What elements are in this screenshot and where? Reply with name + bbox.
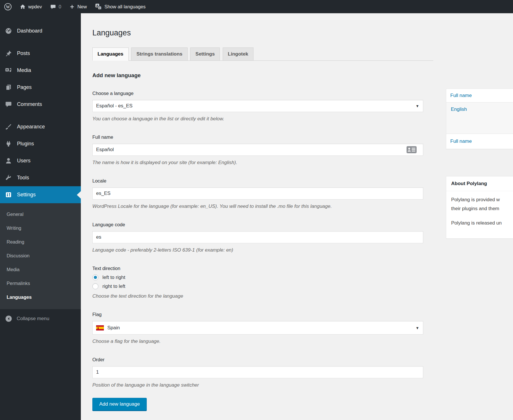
submenu-item-permalinks[interactable]: Permalinks — [0, 276, 81, 290]
user-icon — [5, 157, 12, 164]
comment-bubble-icon — [50, 4, 56, 10]
sidebar-item-appearance[interactable]: Appearance — [0, 118, 81, 135]
full-name-input[interactable] — [92, 144, 423, 156]
full-name-field: Full name The name is how it is displaye… — [92, 134, 423, 166]
site-name: wpdev — [28, 4, 42, 9]
flag-label: Flag — [92, 311, 423, 318]
about-polylang-box: About Polylang Polylang is provided w th… — [446, 176, 513, 239]
collapse-menu-label: Collapse menu — [17, 316, 49, 322]
sidebar-item-media[interactable]: Media — [0, 62, 81, 79]
sidebar-item-label: Settings — [17, 192, 36, 198]
sidebar-item-label: Media — [17, 67, 31, 73]
section-title: Add new language — [92, 72, 513, 79]
radio-ltr[interactable]: left to right — [92, 274, 423, 280]
wordpress-logo-icon: W — [4, 3, 12, 11]
chevron-down-icon: ▼ — [415, 326, 419, 330]
about-polylang-title: About Polylang — [446, 176, 513, 191]
locale-help: WordPress Locale for the language (for e… — [92, 203, 423, 210]
chevron-down-icon: ▼ — [415, 104, 419, 108]
sidebar-item-pages[interactable]: Pages — [0, 79, 81, 96]
tab-strings-translations[interactable]: Strings translations — [131, 47, 188, 61]
comments-menu[interactable]: 0 — [46, 0, 65, 13]
submenu-item-general[interactable]: General — [0, 207, 81, 221]
flag-field: Flag Spain ▼ Choose a flag for the langu… — [92, 311, 423, 345]
sidebar-item-label: Comments — [17, 101, 42, 107]
show-all-languages-menu[interactable]: A 文 Show all languages — [91, 0, 150, 13]
comments-count: 0 — [59, 4, 61, 9]
about-text-line: Polylang is released un — [451, 218, 513, 227]
order-input[interactable] — [92, 366, 423, 378]
sidebar-item-posts[interactable]: Posts — [0, 45, 81, 62]
choose-language-label: Choose a language — [92, 90, 423, 96]
radio-rtl-label: right to left — [102, 284, 125, 289]
new-label: New — [77, 4, 87, 9]
locale-input[interactable] — [92, 187, 423, 199]
language-code-input[interactable] — [92, 231, 423, 243]
dashboard-icon — [5, 27, 12, 35]
submenu-item-reading[interactable]: Reading — [0, 235, 81, 249]
sidebar-item-tools[interactable]: Tools — [0, 169, 81, 186]
choose-language-help: You can choose a language in the list or… — [92, 115, 423, 122]
site-name-menu[interactable]: wpdev — [16, 0, 46, 13]
flag-help: Choose a flag for the language. — [92, 338, 423, 345]
sidebar-item-users[interactable]: Users — [0, 152, 81, 169]
submenu-item-media[interactable]: Media — [0, 263, 81, 276]
sidebar-item-label: Users — [17, 158, 30, 164]
radio-button-icon[interactable] — [92, 274, 98, 280]
collapse-arrow-icon — [5, 315, 12, 322]
sidebar-item-dashboard[interactable]: Dashboard — [0, 22, 81, 39]
add-language-form: Choose a language Español - es_ES ▼ You … — [92, 90, 423, 411]
language-code-label: Language code — [92, 221, 423, 228]
submenu-item-discussion[interactable]: Discussion — [0, 249, 81, 263]
svg-text:文: 文 — [98, 7, 101, 9]
choose-language-value: Español - es_ES — [96, 103, 133, 109]
settings-submenu: General Writing Reading Discussion Media… — [0, 203, 81, 309]
wordpress-logo-menu[interactable]: W — [0, 0, 16, 13]
show-all-languages-label: Show all languages — [104, 4, 146, 9]
about-text-line: Polylang is provided w — [451, 195, 513, 204]
order-field: Order Position of the language in the la… — [92, 356, 423, 389]
wrench-icon — [5, 174, 12, 181]
locale-label: Locale — [92, 178, 423, 184]
new-content-menu[interactable]: New — [65, 0, 91, 13]
tab-lingotek[interactable]: Lingotek — [223, 47, 253, 61]
tab-bar: Languages Strings translations Settings … — [92, 47, 433, 61]
menu-separator — [0, 113, 81, 118]
table-header-row: Full name — [446, 89, 513, 102]
sidebar-item-plugins[interactable]: Plugins — [0, 135, 81, 152]
sidebar-item-label: Pages — [17, 84, 32, 90]
spain-flag-icon — [96, 325, 104, 330]
comment-icon — [5, 101, 12, 108]
locale-field: Locale WordPress Locale for the language… — [92, 178, 423, 210]
full-name-help: The name is how it is displayed on your … — [92, 159, 423, 166]
plugin-icon — [5, 140, 12, 147]
flag-value: Spain — [107, 325, 120, 331]
radio-button-icon[interactable] — [92, 283, 98, 289]
settings-sliders-icon — [5, 191, 12, 198]
column-footer-full-name[interactable]: Full name — [450, 138, 472, 144]
collapse-menu-button[interactable]: Collapse menu — [0, 311, 81, 326]
language-row-link-english[interactable]: English — [451, 107, 467, 112]
text-direction-field: Text direction left to right right to le… — [92, 265, 423, 300]
submenu-item-languages[interactable]: Languages — [0, 290, 81, 304]
sidebar-item-label: Plugins — [17, 141, 34, 147]
menu-separator — [0, 39, 81, 45]
sidebar-item-settings[interactable]: Settings — [0, 186, 81, 203]
table-footer-row: Full name — [446, 134, 513, 149]
add-new-language-button[interactable]: Add new language — [92, 398, 147, 411]
about-polylang-body: Polylang is provided w their plugins and… — [446, 191, 513, 238]
sidebar-item-label: Posts — [17, 50, 30, 56]
flag-select[interactable]: Spain ▼ — [92, 321, 423, 335]
admin-sidebar: Dashboard Posts Media Pages — [0, 13, 81, 420]
media-icon — [5, 67, 12, 74]
sidebar-item-label: Appearance — [17, 124, 45, 130]
submenu-item-writing[interactable]: Writing — [0, 221, 81, 235]
column-header-full-name[interactable]: Full name — [450, 93, 472, 98]
radio-rtl[interactable]: right to left — [92, 283, 423, 289]
sidebar-item-comments[interactable]: Comments — [0, 96, 81, 113]
tab-settings[interactable]: Settings — [190, 47, 220, 61]
choose-language-select[interactable]: Español - es_ES ▼ — [92, 100, 423, 112]
text-direction-help: Choose the text direction for the langua… — [92, 293, 423, 300]
page-title: Languages — [92, 28, 513, 38]
tab-languages[interactable]: Languages — [92, 47, 129, 61]
